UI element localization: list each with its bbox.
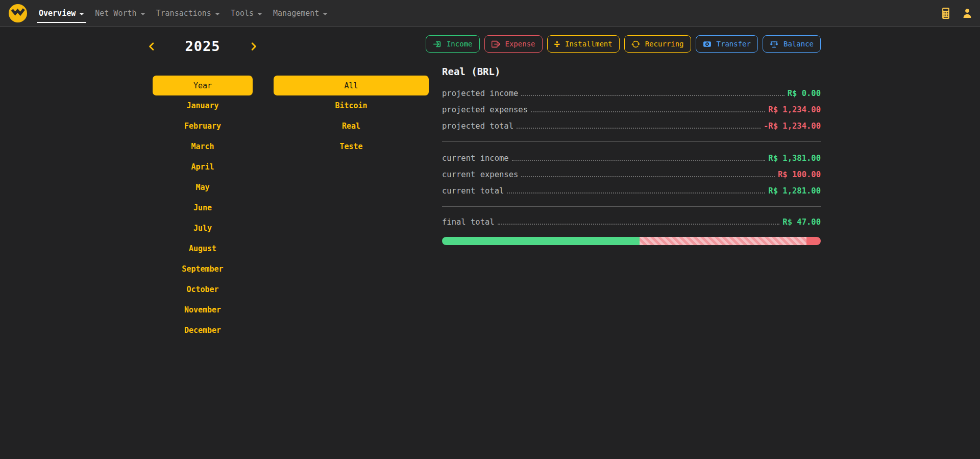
row-label: projected total (442, 122, 513, 131)
month-item-august[interactable]: August (132, 238, 274, 259)
summary-title: Real (BRL) (442, 66, 821, 77)
dotted-leader (507, 192, 765, 194)
month-filter-column: Year January February March April May Ju… (132, 76, 274, 341)
chevron-down-icon (215, 13, 220, 15)
month-item-december[interactable]: December (132, 320, 274, 341)
dotted-leader (531, 111, 765, 112)
row-value: R$ 1,281.00 (768, 186, 821, 196)
installment-button[interactable]: ÷ Installment (547, 35, 620, 53)
month-item-september[interactable]: September (132, 259, 274, 279)
main-menu: Overview Net Worth Transactions Tools Ma… (37, 0, 330, 27)
expense-button-label: Expense (505, 40, 535, 48)
main-content: 2025 Year January February March April M… (0, 27, 980, 341)
nav-item-label: Management (273, 9, 319, 18)
row-label: current income (442, 154, 509, 163)
row-label: final total (442, 218, 495, 227)
month-item-april[interactable]: April (132, 157, 274, 177)
account-item-bitcoin[interactable]: Bitcoin (274, 95, 429, 116)
projected-summary: projected income R$ 0.00 projected expen… (442, 85, 821, 134)
row-label: projected expenses (442, 105, 528, 114)
next-year-button[interactable] (249, 42, 258, 51)
account-filter-column: All Bitcoin Real Teste (274, 76, 429, 341)
dotted-leader (498, 224, 780, 225)
divider (442, 141, 821, 142)
nav-item-transactions[interactable]: Transactions (154, 0, 222, 27)
month-item-october[interactable]: October (132, 279, 274, 300)
previous-year-button[interactable] (147, 42, 156, 51)
month-item-june[interactable]: June (132, 198, 274, 218)
row-value: R$ 0.00 (788, 89, 821, 98)
nav-item-label: Tools (231, 9, 254, 18)
division-sign-icon: ÷ (554, 39, 560, 49)
summary-row-final-total: final total R$ 47.00 (442, 214, 821, 230)
expense-button[interactable]: Expense (484, 35, 543, 53)
month-item-march[interactable]: March (132, 136, 274, 157)
row-value: R$ 1,381.00 (768, 154, 821, 163)
summary-row-projected-income: projected income R$ 0.00 (442, 85, 821, 102)
balance-button[interactable]: Balance (763, 35, 821, 53)
chevron-down-icon (323, 13, 328, 15)
year-label: 2025 (185, 38, 220, 54)
year-mode-button[interactable]: Year (153, 76, 253, 95)
summary-row-current-income: current income R$ 1,381.00 (442, 150, 821, 166)
nav-item-management[interactable]: Management (271, 0, 330, 27)
nav-item-label: Transactions (156, 9, 211, 18)
summary-row-current-total: current total R$ 1,281.00 (442, 183, 821, 199)
month-list: January February March April May June Ju… (132, 95, 274, 341)
navbar: Overview Net Worth Transactions Tools Ma… (0, 0, 980, 27)
budget-progress-bar (442, 237, 821, 245)
calculator-icon[interactable] (940, 8, 951, 19)
account-item-real[interactable]: Real (274, 116, 429, 136)
row-value: R$ 1,234.00 (768, 105, 821, 114)
installment-button-label: Installment (565, 40, 612, 48)
recurring-button-label: Recurring (645, 40, 684, 48)
transaction-actions: Income Expense ÷ Installment Recurring (442, 35, 821, 53)
all-accounts-button[interactable]: All (274, 76, 429, 95)
nav-item-label: Overview (39, 9, 76, 18)
row-label: projected income (442, 89, 518, 98)
chevron-down-icon (257, 13, 262, 15)
divider (442, 206, 821, 207)
income-button[interactable]: Income (426, 35, 480, 53)
row-label: current expenses (442, 170, 518, 179)
row-value: R$ 100.00 (778, 170, 821, 179)
nav-item-overview[interactable]: Overview (37, 0, 86, 27)
brand-logo-icon[interactable] (8, 4, 28, 23)
transfer-button[interactable]: Transfer (696, 35, 758, 53)
nav-item-tools[interactable]: Tools (229, 0, 264, 27)
filters-row: Year January February March April May Ju… (132, 76, 429, 341)
account-list: Bitcoin Real Teste (274, 95, 429, 157)
balance-button-label: Balance (783, 40, 814, 48)
dotted-leader (517, 128, 761, 129)
current-summary: current income R$ 1,381.00 current expen… (442, 150, 821, 199)
nav-item-net-worth[interactable]: Net Worth (93, 0, 147, 27)
progress-segment-projected-expenses (640, 237, 806, 245)
account-item-teste[interactable]: Teste (274, 136, 429, 157)
progress-segment-income (442, 237, 640, 245)
income-button-label: Income (447, 40, 473, 48)
period-account-panel: 2025 Year January February March April M… (132, 35, 429, 341)
dotted-leader (512, 160, 766, 161)
chevron-down-icon (79, 13, 84, 15)
user-icon[interactable] (962, 8, 973, 19)
month-item-may[interactable]: May (132, 177, 274, 198)
month-item-july[interactable]: July (132, 218, 274, 238)
scales-icon (770, 40, 778, 49)
dotted-leader (521, 176, 775, 177)
box-arrow-in-right-icon (433, 40, 442, 49)
navbar-right (940, 8, 973, 19)
month-item-november[interactable]: November (132, 300, 274, 320)
chevron-down-icon (140, 13, 145, 15)
transfer-button-label: Transfer (717, 40, 751, 48)
month-item-january[interactable]: January (132, 95, 274, 116)
cash-exchange-icon (703, 40, 712, 49)
month-item-february[interactable]: February (132, 116, 274, 136)
recurring-button[interactable]: Recurring (624, 35, 691, 53)
summary-panel: Income Expense ÷ Installment Recurring (442, 35, 821, 341)
arrow-repeat-icon (631, 40, 640, 49)
progress-segment-current-expenses (806, 237, 821, 245)
summary-row-current-expenses: current expenses R$ 100.00 (442, 166, 821, 183)
box-arrow-out-right-icon (492, 40, 500, 49)
row-value: -R$ 1,234.00 (764, 122, 821, 131)
year-navigator: 2025 (132, 38, 274, 54)
